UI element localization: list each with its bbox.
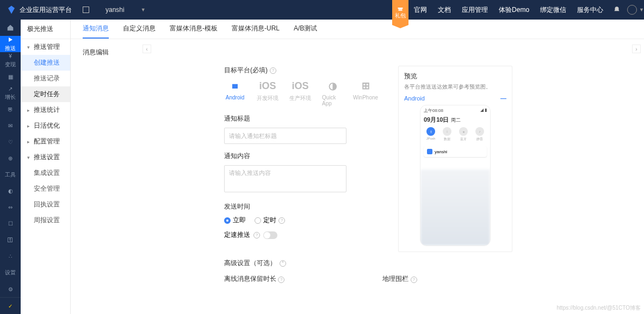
qs-data: ↕数据 [441,127,454,142]
phone-date: 09月10日周二 [420,116,490,124]
rail-growth[interactable]: ↗增长 [0,85,21,101]
iot-icon: ▦ [7,73,14,80]
qs-bt: ∗蓝牙 [457,127,470,142]
chevron-down-icon: ▼ [141,7,146,12]
rail-settings-label: 设置 [5,269,16,277]
user-chevron-icon[interactable]: ▼ [639,7,644,12]
help-icon[interactable]: ? [278,277,284,283]
platform-ios-dev[interactable]: iOS开发环境 [257,79,278,106]
sb-group-config[interactable]: ▸配置管理 [21,134,70,149]
bluetooth-icon: ∗ [459,127,468,136]
title-input[interactable] [224,128,346,144]
rail-link[interactable]: ⇔ [0,199,21,216]
plat-iosprod-label: 生产环境 [289,95,311,102]
sb-group-stats[interactable]: ▸推送统计 [21,102,70,118]
tab-custom[interactable]: 自定义消息 [123,20,156,39]
preview-panel: 预览 各平台推送送达效果可参考预览图。 Android— 上午08:08◢ ▮ … [398,66,512,252]
nav-official[interactable]: 官网 [408,5,432,15]
sb-scheduled[interactable]: 定时任务 [21,86,70,102]
sb-weekly[interactable]: 周报设置 [21,212,70,228]
sb-create-push[interactable]: 创建推送 [21,55,70,71]
rail-home[interactable] [0,20,21,36]
logo-icon [7,5,16,15]
nav-service[interactable]: 服务中心 [572,5,609,15]
tab-richmedia-tpl[interactable]: 富媒体消息-模板 [170,20,218,39]
rail-settings[interactable]: 设置 [0,265,21,281]
rail-globe[interactable]: ⊕ [0,150,21,167]
radio-now-label: 立即 [233,216,246,225]
help-icon[interactable]: ? [411,277,417,283]
sb-push-records[interactable]: 推送记录 [21,71,70,86]
bell-icon[interactable] [609,6,625,14]
nav-demo[interactable]: 体验Demo [493,5,535,15]
tab-notification[interactable]: 通知消息 [83,20,109,39]
radio-now[interactable]: 立即 [224,216,246,225]
nav-appmgmt[interactable]: 应用管理 [456,5,493,15]
radio-later[interactable]: 定时? [255,216,285,225]
sb-stats-label: 推送统计 [34,105,60,115]
platform-quickapp[interactable]: ◑Quick App [322,79,344,106]
rail-brand[interactable]: ✓ [0,298,21,314]
android-icon [228,79,242,92]
svg-rect-1 [399,9,403,11]
phone-date-big: 09月10日 [424,116,449,124]
rail-msg[interactable]: ☐ [0,216,21,232]
phone-wallpaper [420,169,490,246]
sb-group-push[interactable]: ▾推送管理 [21,39,70,55]
rail-sms[interactable]: ✉ [0,117,21,134]
tab-abtest[interactable]: A/B测试 [294,20,317,39]
advanced-toggle[interactable]: 高级设置（可选）˄ [224,259,632,268]
sb-group-settings[interactable]: ▾推送设置 [21,149,70,165]
globe-icon: ⊕ [7,155,14,162]
platform-winphone[interactable]: ⊞WinPhone [355,79,376,106]
sb-group-dau[interactable]: ▸日活优化 [21,118,70,134]
rail-more[interactable]: ∴ [0,248,21,265]
help-icon[interactable]: ? [278,217,285,224]
sb-integration[interactable]: 集成设置 [21,165,70,181]
message-icon: ☐ [7,220,14,228]
wifi-icon: ⇧ [426,127,435,136]
preview-tab-android[interactable]: Android— [404,95,506,102]
link-icon: ⇔ [7,204,14,211]
speed-toggle[interactable] [263,231,277,239]
radio-later-label: 定时 [263,216,276,225]
nav-docs[interactable]: 文档 [432,5,456,15]
gear-icon: ⚙ [7,285,14,293]
help-icon[interactable]: ? [270,67,276,74]
content-input[interactable] [224,165,346,192]
plat-win-label: WinPhone [353,95,378,101]
chevron-right-icon: ▸ [27,108,32,113]
app-selector[interactable]: yanshi ▼ [83,6,146,14]
adv-offline: 离线消息保留时长 ? [224,274,284,284]
avatar[interactable] [627,5,637,15]
rail-push[interactable]: 推送 [0,36,21,52]
rail-tools[interactable]: 工具 [0,167,21,183]
gift-ribbon[interactable]: 礼包 [392,0,408,25]
sb-receipt[interactable]: 回执设置 [21,197,70,212]
collapse-icon[interactable]: — [500,95,506,102]
rail-sec[interactable]: ⚿ [0,232,21,248]
platform-ios-prod[interactable]: iOS生产环境 [289,79,311,106]
rail-heart[interactable]: ♡ [0,134,21,150]
rail-cash[interactable]: ¥变现 [0,52,21,68]
tab-scroll-right[interactable]: › [632,45,641,53]
security-icon: ⚿ [7,236,14,244]
logo: 企业应用运营平台 [0,5,78,15]
rail-iot[interactable]: ▦ [0,68,21,85]
growth-icon: ↗ [7,85,14,92]
rail-cash-label: 变现 [5,61,16,68]
tab-scroll-left[interactable]: ‹ [143,45,151,53]
rail-gear[interactable]: ⚙ [0,281,21,297]
help-icon[interactable]: ? [253,232,260,238]
sb-group-push-label: 推送管理 [34,42,60,52]
rail-world[interactable]: ◐ [0,183,21,199]
sb-security[interactable]: 安全管理 [21,181,70,197]
tab-richmedia-url[interactable]: 富媒体消息-URL [232,20,280,39]
nav-wechat[interactable]: 绑定微信 [535,5,572,15]
platform-android[interactable]: Android [224,79,246,106]
chevron-right-icon: ▸ [27,139,32,145]
world-icon: ◐ [7,187,14,195]
gift-icon [397,5,404,12]
home-icon [7,24,14,32]
rail-shield[interactable]: ⛨ [0,101,21,117]
